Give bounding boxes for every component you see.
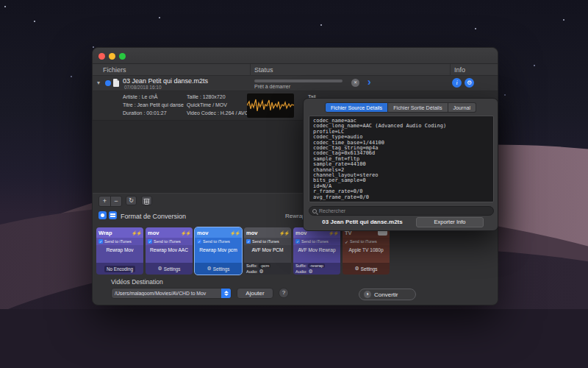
codec-details-text: codec_name=aaccodec_long_name=AAC (Advan… (309, 116, 494, 202)
file-date: 07/08/2018 16:10 (124, 85, 162, 90)
file-row[interactable]: ▾ 03 Jean Petit qui danse.m2ts 07/08/201… (93, 76, 498, 91)
settings-gear-icon[interactable]: ⚙ (259, 269, 264, 275)
detail-size: Taille : 1280x720 (187, 93, 248, 101)
send-to-itunes-row[interactable]: ✓ Send to iTunes (343, 238, 390, 245)
card-footer: ⚙ Settings (195, 263, 242, 275)
details-tab-bar: Fichier Source Détails Fichier Sortie Dé… (304, 102, 498, 113)
format-card-rewrap-mov-pcm-selected[interactable]: mov ⚡⚡ ✓ Send to iTunes Rewrap Mov pcm ⚙… (195, 227, 242, 275)
settings-gear-icon[interactable]: ⚙ (207, 266, 211, 272)
card-footer: Suffix: -rewrap Audio: ⚙ (293, 263, 340, 275)
close-window-button[interactable] (98, 53, 105, 60)
itunes-label: Send to iTunes (154, 239, 181, 244)
itunes-label: Send to iTunes (252, 239, 279, 244)
itunes-checkbox[interactable]: ✓ (295, 239, 300, 244)
suffix-value[interactable]: -pcm (259, 263, 270, 268)
search-field[interactable] (309, 206, 494, 216)
remove-file-button[interactable]: − (110, 197, 121, 206)
waveform-thumbnail (247, 93, 294, 118)
search-input[interactable] (319, 208, 490, 213)
minimize-window-button[interactable] (109, 53, 115, 60)
disclosure-triangle-icon[interactable]: ▾ (97, 79, 100, 86)
suffix-label: Suffix: (295, 263, 306, 268)
detail-duration: Duration : 00:01:27 (123, 109, 184, 117)
cancel-button[interactable]: ✕ (351, 79, 359, 87)
send-to-itunes-row[interactable]: ✓ Send to iTunes (293, 238, 340, 245)
card-format-badge: Wrap ⚡⚡ (96, 227, 143, 238)
conversion-list-icon[interactable] (109, 211, 117, 219)
dune-foreground (0, 309, 588, 368)
tab-journal[interactable]: Journal (448, 102, 477, 113)
detail-container: QuickTime / MOV (187, 101, 248, 109)
settings-label[interactable]: Settings (361, 266, 378, 272)
column-divider (450, 64, 451, 76)
tab-output-details[interactable]: Fichier Sortie Détails (388, 102, 448, 113)
settings-gear-icon[interactable]: ⚙ (309, 269, 313, 275)
column-divider (250, 64, 251, 76)
settings-label[interactable]: Settings (213, 266, 230, 272)
conversion-record-icon[interactable] (98, 211, 107, 219)
send-to-itunes-row[interactable]: ✓ Send to iTunes (146, 238, 193, 245)
detail-video-codec: Video Codec : H.264 / AVC (187, 109, 248, 117)
file-status-icon (105, 80, 111, 86)
zoom-window-button[interactable] (119, 53, 126, 60)
itunes-checkbox[interactable]: ✓ (197, 239, 201, 244)
card-format-badge: mov ⚡⚡ (146, 227, 193, 238)
send-to-itunes-row[interactable]: ✓ Send to iTunes (96, 238, 143, 245)
column-header-files[interactable]: Fichiers (103, 66, 126, 74)
format-section-label: Format de Conversion (121, 213, 186, 220)
help-button[interactable]: ? (279, 288, 289, 298)
conversion-format-cards: Wrap ⚡⚡ ✓ Send to iTunes Rewrap Mov No E… (96, 227, 390, 275)
format-card-apple-tv-1080p[interactable]: TV ✓ Send to iTunes Apple TV 1080p ⚙ Set… (343, 227, 390, 275)
lightning-icons: ⚡⚡ (181, 230, 190, 236)
convert-button[interactable]: › Convertir (359, 289, 416, 300)
send-to-itunes-row[interactable]: ✓ Send to iTunes (195, 238, 242, 245)
suffix-value[interactable]: -rewrap (308, 263, 325, 268)
column-header-info[interactable]: Info (454, 66, 465, 74)
format-card-avf-mov-pcm[interactable]: mov ⚡⚡ ✓ Send to iTunes AVF Mov PCM Suff… (244, 227, 291, 275)
add-destination-button[interactable]: Ajouter (237, 288, 273, 299)
itunes-label: Send to iTunes (203, 239, 230, 244)
no-encoding-label: No Encoding (104, 266, 135, 272)
export-info-button[interactable]: Exporter Info (416, 217, 484, 227)
tab-source-details[interactable]: Fichier Source Détails (325, 102, 388, 113)
destination-dropdown[interactable]: /Users/malagoom/Movies/AVCHD to Mov (111, 288, 232, 299)
column-header-status[interactable]: Status (254, 66, 273, 74)
title-bar[interactable] (93, 48, 498, 64)
lightning-icons: ⚡⚡ (132, 230, 141, 236)
format-card-avf-mov-rewrap[interactable]: mov ⚡⚡ ✓ Send to iTunes AVF Mov Rewrap S… (293, 227, 340, 275)
document-icon (113, 79, 119, 87)
itunes-checkmark-icon[interactable]: ✓ (345, 239, 348, 244)
add-file-button[interactable]: + (99, 197, 110, 206)
card-footer: ⚙ Settings (146, 263, 193, 275)
progress-bar (254, 79, 343, 82)
card-name: Rewrap Mov pcm (195, 245, 242, 263)
itunes-label: Send to iTunes (104, 239, 132, 244)
settings-label[interactable]: Settings (164, 266, 181, 272)
settings-gear-icon[interactable]: ⚙ (354, 266, 359, 272)
start-conversion-button[interactable]: › (368, 76, 371, 88)
itunes-checkbox[interactable]: ✓ (148, 239, 152, 244)
format-card-rewrap-mov[interactable]: Wrap ⚡⚡ ✓ Send to iTunes Rewrap Mov No E… (96, 227, 143, 275)
trash-button[interactable] (141, 196, 152, 205)
card-format-label: Wrap (98, 230, 112, 236)
progress-status-text: Prêt à démarrer (254, 84, 290, 89)
format-card-rewrap-mov-aac[interactable]: mov ⚡⚡ ✓ Send to iTunes Rewrap Mov AAC ⚙… (146, 227, 193, 275)
card-footer: ⚙ Settings (343, 263, 390, 275)
dropdown-arrows-icon (221, 289, 231, 298)
info-icon[interactable]: i (452, 78, 462, 88)
refresh-button[interactable]: ↻ (126, 196, 137, 205)
popup-file-name: 03 Jean Petit qui danse.m2ts (311, 219, 414, 225)
audio-label: Audio: (295, 269, 307, 274)
file-name: 03 Jean Petit qui danse.m2ts (123, 77, 208, 85)
send-to-itunes-row[interactable]: ✓ Send to iTunes (244, 238, 291, 245)
card-name: AVF Mov PCM (244, 245, 291, 263)
card-format-label: mov (246, 230, 257, 236)
itunes-checkbox[interactable]: ✓ (98, 239, 103, 244)
suffix-label: Suffix: (246, 263, 257, 268)
search-icon (312, 209, 317, 213)
settings-gear-icon[interactable]: ⚙ (465, 78, 474, 88)
details-popup: Fichier Source Détails Fichier Sortie Dé… (303, 98, 498, 231)
settings-gear-icon[interactable]: ⚙ (157, 266, 162, 272)
card-format-badge: mov ⚡⚡ (244, 227, 291, 238)
itunes-checkbox[interactable]: ✓ (246, 239, 251, 244)
